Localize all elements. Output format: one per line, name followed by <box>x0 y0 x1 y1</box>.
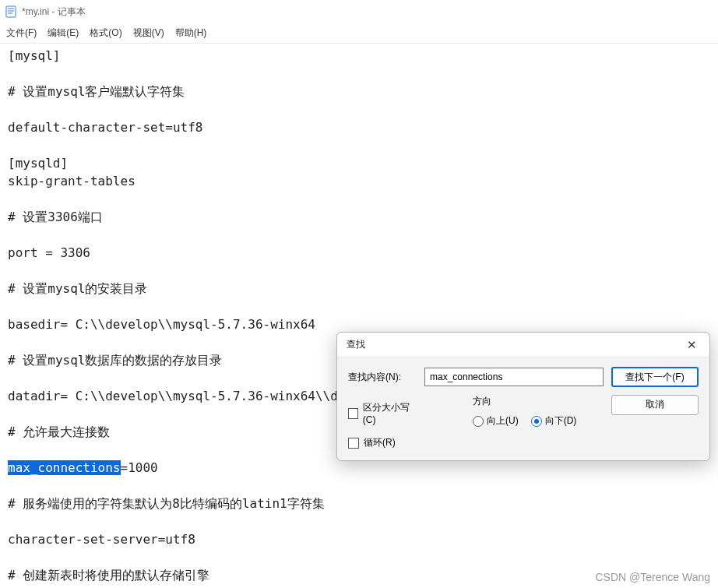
editor-line: datadir= C:\\develop\\mysql-5.7.36-winx6… <box>8 389 361 403</box>
menubar: 文件(F) 编辑(E) 格式(O) 视图(V) 帮助(H) <box>0 23 718 44</box>
editor-line: basedir= C:\\develop\\mysql-5.7.36-winx6… <box>8 317 315 332</box>
window-title: *my.ini - 记事本 <box>22 5 86 19</box>
find-dialog-body: 查找内容(N): 查找下一个(F) 区分大小写(C) 循环(R) 方向 向上(U… <box>337 357 709 460</box>
close-icon[interactable]: ✕ <box>682 338 702 352</box>
direction-group: 方向 向上(U) 向下(D) <box>473 395 604 428</box>
titlebar[interactable]: *my.ini - 记事本 <box>0 0 718 23</box>
find-dialog-titlebar[interactable]: 查找 ✕ <box>337 333 709 357</box>
cancel-button[interactable]: 取消 <box>611 395 699 415</box>
editor-line: # 允许最大连接数 <box>8 424 110 439</box>
selection-highlight: max_connections <box>8 460 121 475</box>
editor-line: [mysqld] <box>8 156 68 171</box>
direction-down-radio[interactable]: 向下(D) <box>531 414 577 428</box>
editor-line: character-set-server=utf8 <box>8 532 195 547</box>
menu-help[interactable]: 帮助(H) <box>175 26 207 40</box>
editor-line: # 设置mysql数据库的数据的存放目录 <box>8 353 222 368</box>
editor-line: # 设置3306端口 <box>8 209 103 224</box>
watermark: CSDN @Terence Wang <box>595 571 710 583</box>
find-options: 区分大小写(C) 循环(R) <box>348 401 417 449</box>
wrap-label: 循环(R) <box>364 436 396 449</box>
menu-edit[interactable]: 编辑(E) <box>48 26 79 40</box>
direction-up-label: 向上(U) <box>487 414 519 428</box>
direction-down-label: 向下(D) <box>545 414 577 428</box>
radio-icon <box>473 416 484 427</box>
editor-line: default-character-set=utf8 <box>8 120 202 135</box>
editor-line: # 创建新表时将使用的默认存储引擎 <box>8 568 209 583</box>
editor-line: =1000 <box>121 460 158 475</box>
menu-view[interactable]: 视图(V) <box>133 26 164 40</box>
notepad-icon <box>5 5 17 18</box>
menu-file[interactable]: 文件(F) <box>6 26 37 40</box>
editor-line: [mysql] <box>8 48 60 63</box>
editor-line: # 服务端使用的字符集默认为8比特编码的latin1字符集 <box>8 496 325 511</box>
direction-up-radio[interactable]: 向上(U) <box>473 414 519 428</box>
wrap-checkbox[interactable]: 循环(R) <box>348 436 417 449</box>
direction-radios: 向上(U) 向下(D) <box>473 414 604 428</box>
editor-line: skip-grant-tables <box>8 174 136 188</box>
find-dialog[interactable]: 查找 ✕ 查找内容(N): 查找下一个(F) 区分大小写(C) 循环(R) 方向… <box>336 332 710 461</box>
checkbox-icon <box>348 408 358 419</box>
editor-line: # 设置mysql客户端默认字符集 <box>8 84 185 99</box>
match-case-checkbox[interactable]: 区分大小写(C) <box>348 401 417 425</box>
direction-label: 方向 <box>473 395 604 408</box>
svg-rect-0 <box>6 6 16 17</box>
editor-line: # 设置mysql的安装目录 <box>8 281 147 296</box>
find-next-button[interactable]: 查找下一个(F) <box>611 367 699 387</box>
checkbox-icon <box>348 438 359 449</box>
radio-icon <box>531 416 542 427</box>
find-content-label: 查找内容(N): <box>348 371 417 384</box>
text-editor[interactable]: [mysql] # 设置mysql客户端默认字符集 default-charac… <box>0 44 718 588</box>
match-case-label: 区分大小写(C) <box>363 401 417 425</box>
find-input[interactable] <box>424 368 604 386</box>
find-dialog-title: 查找 <box>347 338 365 351</box>
menu-format[interactable]: 格式(O) <box>90 26 121 40</box>
editor-line: port = 3306 <box>8 245 90 260</box>
notepad-window: *my.ini - 记事本 文件(F) 编辑(E) 格式(O) 视图(V) 帮助… <box>0 0 718 588</box>
